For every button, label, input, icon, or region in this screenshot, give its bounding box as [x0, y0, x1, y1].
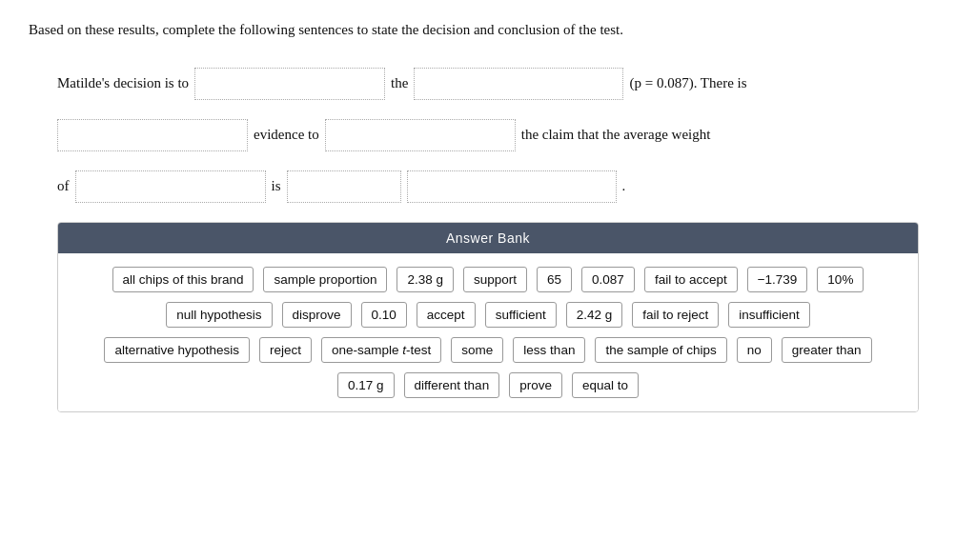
row2-text-after-box2: the claim that the average weight [521, 127, 711, 143]
answer-chip[interactable]: 10% [817, 267, 864, 292]
answer-chip[interactable]: accept [417, 302, 476, 328]
row2-text-after-box1: evidence to [254, 127, 319, 143]
answer-bank-row-2: null hypothesisdisprove0.10acceptsuffici… [73, 302, 903, 328]
answer-chip[interactable]: sufficient [485, 302, 557, 328]
answer-bank-row-4: 0.17 gdifferent thanproveequal to [73, 372, 903, 398]
answer-chip[interactable]: disprove [282, 302, 352, 328]
answer-chip[interactable]: 2.38 g [396, 267, 454, 292]
answer-chip[interactable]: less than [513, 337, 585, 363]
dropbox-support-type[interactable] [325, 119, 516, 151]
intro-text: Based on these results, complete the fol… [29, 19, 947, 41]
answer-chip[interactable]: reject [259, 337, 312, 363]
row3-text-end: . [622, 178, 626, 194]
sentence-row-2: evidence to the claim that the average w… [57, 119, 919, 151]
answer-bank-row-3: alternative hypothesisrejectone-sample t… [73, 337, 903, 363]
dropbox-value[interactable] [407, 170, 617, 203]
answer-bank-body: all chips of this brandsample proportion… [58, 253, 918, 411]
answer-chip[interactable]: one-sample t-test [321, 337, 441, 363]
row3-text-of: of [57, 178, 70, 194]
answer-chip[interactable]: fail to accept [644, 267, 738, 292]
answer-chip[interactable]: fail to reject [632, 302, 719, 328]
answer-chip[interactable]: different than [404, 372, 500, 398]
answer-chip[interactable]: −1.739 [747, 267, 808, 292]
dropbox-comparison[interactable] [287, 170, 401, 203]
row3-text-is: is [272, 178, 281, 194]
row1-text-before-box1: Matilde's decision is to [57, 75, 189, 91]
answer-chip[interactable]: support [463, 267, 527, 292]
answer-bank-row-1: all chips of this brandsample proportion… [73, 267, 903, 292]
dropbox-evidence-type[interactable] [57, 119, 248, 151]
dropbox-population[interactable] [75, 170, 266, 203]
answer-chip[interactable]: 0.087 [581, 267, 635, 292]
dropbox-decision[interactable] [194, 68, 385, 100]
dropbox-hypothesis-1[interactable] [414, 68, 623, 100]
answer-chip[interactable]: 2.42 g [566, 302, 623, 328]
answer-chip[interactable]: the sample of chips [595, 337, 726, 363]
answer-bank: Answer Bank all chips of this brandsampl… [57, 222, 919, 412]
answer-chip[interactable]: no [737, 337, 772, 363]
row1-text-after-box2: (p = 0.087). There is [629, 75, 746, 91]
answer-chip[interactable]: equal to [572, 372, 639, 398]
answer-chip[interactable]: 65 [537, 267, 572, 292]
answer-chip[interactable]: 0.10 [361, 302, 407, 328]
answer-chip[interactable]: null hypothesis [166, 302, 272, 328]
sentence-row-1: Matilde's decision is to the (p = 0.087)… [57, 68, 919, 100]
sentence-row-3: of is . [57, 170, 919, 203]
answer-chip[interactable]: 0.17 g [337, 372, 395, 398]
answer-chip[interactable]: insufficient [728, 302, 810, 328]
answer-chip[interactable]: prove [509, 372, 562, 398]
answer-chip[interactable]: sample proportion [263, 267, 387, 292]
answer-chip[interactable]: all chips of this brand [112, 267, 254, 292]
answer-chip[interactable]: some [451, 337, 503, 363]
answer-bank-header: Answer Bank [58, 223, 918, 253]
sentence-area: Matilde's decision is to the (p = 0.087)… [29, 68, 947, 203]
row1-text-after-box1: the [391, 75, 408, 91]
answer-chip[interactable]: greater than [782, 337, 872, 363]
answer-chip[interactable]: alternative hypothesis [104, 337, 250, 363]
